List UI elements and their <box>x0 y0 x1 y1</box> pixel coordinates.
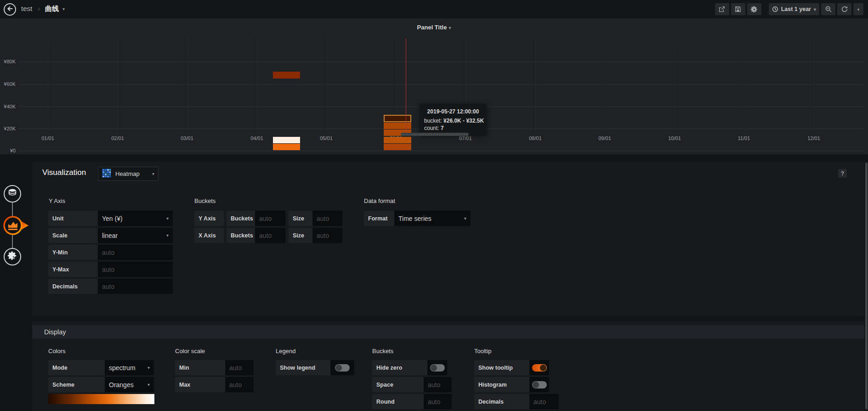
ymin-input[interactable] <box>98 245 173 260</box>
heatmap-cell[interactable] <box>384 144 411 150</box>
display-section-title: Display <box>44 328 66 336</box>
format-row: Format Time series▾ <box>364 211 471 226</box>
gridline-horizontal <box>18 151 864 151</box>
round-label: Round <box>372 394 424 409</box>
ymax-row: Y-Max <box>48 262 173 277</box>
buckets-count-input[interactable] <box>255 228 285 243</box>
unit-label: Unit <box>48 211 98 226</box>
colors-group-heading: Colors <box>48 348 66 355</box>
scheme-row: Scheme Oranges▾ <box>48 377 154 392</box>
decimals-row: Decimals <box>48 279 173 294</box>
buckets-size-input[interactable] <box>312 211 342 226</box>
heatmap-cell[interactable] <box>384 115 411 122</box>
gridline-vertical <box>535 39 536 132</box>
share-button[interactable] <box>715 3 729 15</box>
back-arrow-icon <box>6 5 14 14</box>
chevron-down-icon: ▾ <box>464 216 466 221</box>
gridline-vertical <box>257 39 257 132</box>
refresh-interval-button[interactable]: ▾ <box>853 3 863 15</box>
show-legend-row: Show legend <box>276 360 354 375</box>
scheme-select[interactable]: Oranges▾ <box>105 377 154 392</box>
buckets-yaxis-row: Y Axis Buckets Size <box>194 211 342 226</box>
y-axis-tick: ¥40K <box>0 104 16 109</box>
heatmap-cell[interactable] <box>384 123 411 129</box>
buckets-xaxis-label: X Axis <box>194 228 224 243</box>
heatmap-cell[interactable] <box>273 144 300 150</box>
time-picker-button[interactable]: Last 1 year ▾ <box>769 3 819 15</box>
save-button[interactable] <box>731 3 745 15</box>
visualization-picker[interactable]: Heatmap ▾ <box>98 167 159 181</box>
ymax-input[interactable] <box>98 262 173 277</box>
x-axis-tick: 11/01 <box>738 135 750 141</box>
min-input[interactable] <box>225 360 254 375</box>
scale-select[interactable]: linear▾ <box>98 228 173 243</box>
gear-wrench-icon <box>7 251 17 263</box>
legend-group-heading: Legend <box>276 348 295 355</box>
scrollbar-thumb[interactable] <box>865 163 868 409</box>
area-chart-icon <box>2 230 29 237</box>
x-axis-tick: 10/01 <box>668 135 681 141</box>
breadcrumb-dashboard[interactable]: test <box>21 5 32 12</box>
heatmap-cell[interactable] <box>384 137 411 143</box>
round-input[interactable] <box>424 394 452 409</box>
show-legend-toggle[interactable] <box>330 360 354 375</box>
tab-queries[interactable] <box>4 185 21 203</box>
panel-title-caret-icon: ▾ <box>448 25 451 30</box>
gridline-vertical <box>744 39 744 132</box>
panel-title-text: Panel Title <box>417 24 447 31</box>
show-tooltip-toggle[interactable] <box>529 360 549 375</box>
buckets-xaxis-row: X Axis Buckets Size <box>194 228 342 243</box>
y-axis-tick: ¥80K <box>0 59 16 64</box>
zoom-out-button[interactable] <box>821 3 835 15</box>
database-icon <box>7 188 17 200</box>
tab-visualization-active[interactable] <box>2 215 28 236</box>
help-button[interactable]: ? <box>838 169 847 178</box>
buckets-size-label: Size <box>289 211 312 226</box>
refresh-caret-icon: ▾ <box>857 7 859 12</box>
gridline-vertical <box>326 39 327 132</box>
hide-zero-toggle[interactable] <box>427 360 447 375</box>
x-axis-tick: 02/01 <box>111 135 124 141</box>
display-buckets-group-heading: Buckets <box>372 348 393 355</box>
space-input[interactable] <box>424 377 452 392</box>
tooltip-decimals-input[interactable] <box>529 394 559 409</box>
y-axis-tick: ¥0 <box>0 148 16 153</box>
tab-general[interactable] <box>4 248 21 265</box>
max-input[interactable] <box>225 377 254 392</box>
heatmap-cell[interactable] <box>273 72 300 79</box>
refresh-button[interactable] <box>837 3 851 15</box>
breadcrumb-panel[interactable]: 曲线 <box>45 5 59 13</box>
buckets-count-label: Buckets <box>227 228 255 243</box>
visualization-picker-value: Heatmap <box>115 170 148 177</box>
unit-select[interactable]: Yen (¥)▾ <box>98 211 173 226</box>
x-axis-tick: 08/01 <box>529 135 542 141</box>
gridline-horizontal <box>18 62 864 62</box>
max-label: Max <box>175 377 225 392</box>
panel-title[interactable]: Panel Title▾ <box>0 24 868 31</box>
ymin-label: Y-Min <box>48 245 98 260</box>
format-select[interactable]: Time series▾ <box>394 211 471 226</box>
visualization-picker-caret-icon: ▾ <box>152 171 154 176</box>
chevron-down-icon: ▾ <box>166 233 169 238</box>
panel-resize-handle[interactable] <box>401 133 469 136</box>
histogram-toggle[interactable] <box>529 377 549 392</box>
buckets-count-input[interactable] <box>255 211 285 226</box>
refresh-icon <box>841 6 848 13</box>
tooltip-decimals-row: Decimals <box>474 394 559 409</box>
histogram-row: Histogram <box>474 377 549 392</box>
buckets-yaxis-label: Y Axis <box>194 211 224 226</box>
decimals-input[interactable] <box>98 279 173 294</box>
histogram-label: Histogram <box>474 377 529 392</box>
buckets-size-input[interactable] <box>312 228 342 243</box>
heatmap-cell[interactable] <box>273 137 300 143</box>
mode-select[interactable]: spectrum▾ <box>105 360 154 375</box>
visualization-section-title: Visualization <box>42 168 86 177</box>
min-row: Min <box>175 360 254 375</box>
back-button[interactable] <box>4 3 16 16</box>
buckets-group-heading: Buckets <box>194 197 216 204</box>
hide-zero-row: Hide zero <box>372 360 447 375</box>
panel-settings-button[interactable] <box>747 3 761 15</box>
gridline-vertical <box>814 39 814 132</box>
buckets-size-label: Size <box>289 228 312 243</box>
round-row: Round <box>372 394 452 409</box>
